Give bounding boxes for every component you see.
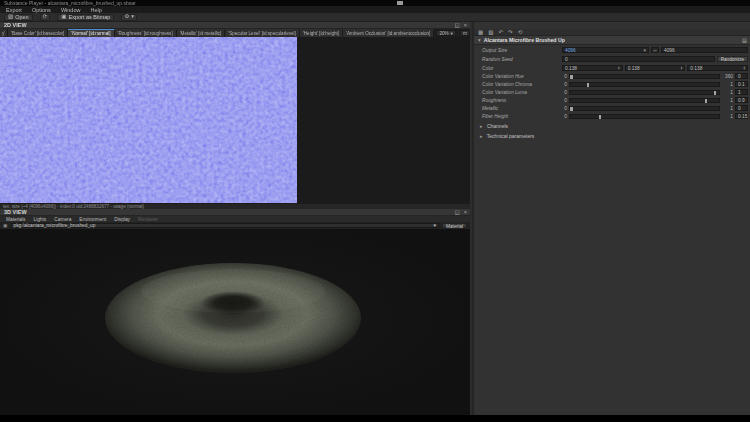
section-channels[interactable]: ▸ Channels — [474, 122, 750, 130]
menu-display[interactable]: Display — [114, 217, 130, 222]
randomize-button[interactable]: Randomize — [717, 56, 748, 62]
material-path-dropdown[interactable]: pkg:/alcantara_microfibre_brushed_up ▾ — [11, 223, 439, 229]
tab-base-color[interactable]: 'Base Color' [id:basecolor] — [8, 29, 68, 37]
zoom-level-value: 20% — [439, 31, 448, 36]
section-technical-parameters[interactable]: ▸ Technical parameters — [474, 132, 750, 140]
tab-metallic[interactable]: 'Metallic' [id:metallic] — [177, 29, 226, 37]
collapse-icon: ▸ — [480, 133, 483, 139]
spin-down-icon[interactable]: ▾ — [681, 68, 683, 70]
settings-button[interactable]: ⚙ ▾ — [121, 14, 137, 21]
slider-handle[interactable] — [714, 91, 717, 95]
redo-icon[interactable]: ↷ — [508, 29, 513, 35]
menu-environment[interactable]: Environment — [79, 217, 106, 222]
param-row-color-variation-hue: Color Variation Hue 0 360 0 — [474, 72, 750, 80]
preset-menu-icon[interactable]: ▤ — [742, 36, 747, 45]
menu-help[interactable]: Help — [90, 7, 101, 13]
chevron-down-icon: ▾ — [434, 223, 436, 228]
output-size-width-dropdown[interactable]: 4096 ▾ — [562, 47, 649, 53]
color-b-spinner[interactable]: 0.138 ▴▾ — [687, 65, 748, 71]
output-size-height-field[interactable]: 4096 — [661, 47, 748, 53]
slider-value-field[interactable]: 1 — [735, 89, 748, 95]
gear-icon: ⚙ — [124, 14, 129, 20]
spin-down-icon[interactable]: ▾ — [618, 68, 620, 70]
param-row-random-seed: Random Seed 0 Randomize — [474, 55, 750, 63]
float-panel-icon[interactable]: ◱ — [455, 22, 460, 29]
slider-track[interactable] — [569, 82, 720, 87]
menu-materials[interactable]: Materials — [6, 217, 25, 222]
slider-track[interactable] — [569, 98, 720, 103]
slider-track[interactable] — [569, 114, 720, 119]
slider-handle[interactable] — [570, 75, 573, 79]
tab-specular-level[interactable]: 'Specular Level' [id:specularlevel] — [225, 29, 300, 37]
slider-track[interactable] — [569, 106, 720, 111]
camera-icon: ▣ — [61, 14, 66, 20]
load-preset-icon[interactable]: ▧ — [488, 29, 493, 35]
param-row-color-variation-luma: Color Variation Luma 0 1 1 — [474, 88, 750, 96]
open-button[interactable]: ▨ Open — [4, 14, 33, 21]
param-row-metallic: Metallic 0 1 0 — [474, 104, 750, 112]
view3d-title: 3D VIEW — [4, 209, 27, 215]
application-window: Substance Player - alcantara_microfibre_… — [0, 0, 750, 422]
view3d-viewport[interactable] — [0, 229, 470, 415]
graph-title: Alcantara Microfibre Brushed Up — [484, 37, 565, 43]
save-preset-icon[interactable]: ▦ — [478, 29, 483, 35]
tab-roughness[interactable]: 'Roughness' [id:roughness] — [115, 29, 177, 37]
output-tab-strip: y' 'Base Color' [id:basecolor] 'Normal' … — [0, 29, 470, 37]
refresh-button[interactable]: ⟳ — [40, 14, 51, 21]
param-row-roughness: Roughness 0 1 0.9 — [474, 96, 750, 104]
window-control-button[interactable] — [397, 1, 403, 5]
param-label: Random Seed — [482, 57, 560, 62]
param-row-color: Color 0.138 ▴▾ 0.138 ▴▾ 0.138 ▴▾ — [474, 64, 750, 72]
torus-mesh — [0, 229, 470, 415]
export-bitmap-button[interactable]: ▣ Export as Bitmap — [57, 14, 114, 21]
open-button-label: Open — [15, 14, 28, 20]
menu-camera[interactable]: Camera — [54, 217, 71, 222]
spin-down-icon[interactable]: ▾ — [743, 68, 745, 70]
random-seed-field[interactable]: 0 — [562, 56, 715, 62]
lock-ratio-button[interactable]: ∞ — [651, 47, 659, 53]
material-button[interactable]: Material — [442, 223, 467, 229]
slider-value-field[interactable]: 0.1 — [735, 81, 748, 87]
refresh-icon: ⟳ — [43, 14, 48, 20]
menu-options[interactable]: Options — [32, 7, 51, 13]
chevron-down-icon: ▾ — [644, 48, 646, 53]
float-panel-icon[interactable]: ◱ — [455, 209, 460, 216]
slider-handle[interactable] — [705, 99, 708, 103]
slider-value-field[interactable]: 0 — [735, 73, 748, 79]
graph-section-header[interactable]: ▾ Alcantara Microfibre Brushed Up ▤ — [474, 36, 750, 45]
reset-icon[interactable]: ⟲ — [518, 29, 523, 35]
parameters-toolbar: ▦ ▧ ↶ ↷ ⟲ — [474, 29, 750, 36]
zoom-level-select[interactable]: 20% ▾ — [436, 30, 456, 36]
color-r-spinner[interactable]: 0.138 ▴▾ — [562, 65, 623, 71]
param-row-color-variation-chroma: Color Variation Chroma 0 1 0.1 — [474, 80, 750, 88]
view2d-canvas[interactable] — [0, 37, 470, 203]
collapse-icon: ▾ — [478, 37, 481, 43]
close-panel-icon[interactable]: × — [464, 22, 467, 29]
bottom-bar — [0, 415, 750, 422]
slider-track[interactable] — [569, 74, 720, 79]
tab-normal[interactable]: 'Normal' [id:normal] — [68, 29, 114, 37]
collapse-icon: ▸ — [480, 123, 483, 129]
menu-export[interactable]: Export — [6, 7, 22, 13]
menu-window[interactable]: Window — [61, 7, 81, 13]
slider-value-field[interactable]: 0 — [735, 105, 748, 111]
close-panel-icon[interactable]: × — [464, 209, 467, 216]
slider-track[interactable] — [569, 90, 720, 95]
chevron-down-icon: ▾ — [131, 14, 134, 20]
slider-value-field[interactable]: 0.15 — [735, 113, 748, 119]
view2d-title: 2D VIEW — [4, 22, 27, 28]
menu-lights[interactable]: Lights — [33, 217, 46, 222]
undo-icon[interactable]: ↶ — [498, 29, 503, 35]
color-g-spinner[interactable]: 0.138 ▴▾ — [625, 65, 686, 71]
slider-handle[interactable] — [587, 83, 590, 87]
slider-value-field[interactable]: 0.9 — [735, 97, 748, 103]
tab-ambient-occlusion[interactable]: 'Ambient Occlusion' [id:ambientocclusion… — [343, 29, 434, 37]
tab-partial[interactable]: y' — [0, 29, 8, 37]
open-folder-icon: ▨ — [8, 14, 13, 20]
slider-handle[interactable] — [570, 107, 573, 111]
normal-map-texture — [0, 37, 297, 203]
tab-height[interactable]: 'Height' [id:height] — [300, 29, 343, 37]
chevron-down-icon: ▾ — [451, 31, 453, 36]
slider-handle[interactable] — [599, 115, 602, 119]
fit-view-button[interactable]: ⊡ — [460, 30, 470, 36]
